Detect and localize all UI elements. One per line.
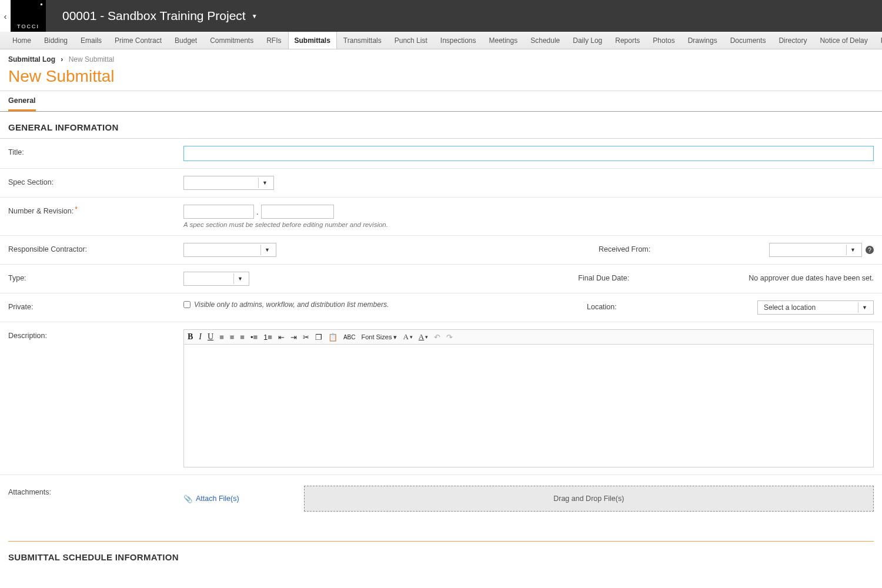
page-title: New Submittal [0,66,882,91]
nav-item-daily-log[interactable]: Daily Log [566,32,609,49]
received-from-select[interactable]: ▼ [769,243,862,257]
spec-section-select[interactable]: ▼ [183,176,274,190]
app-header: ‹ TOCCI 00001 - Sandbox Training Project… [0,0,882,32]
type-select[interactable]: ▼ [183,272,249,286]
nav-item-documents[interactable]: Documents [724,32,773,49]
attach-files-link[interactable]: 📎 Attach File(s) [183,495,239,503]
chevron-down-icon: ▼ [233,273,246,284]
bold-button[interactable]: B [188,332,193,342]
nav-item-photos[interactable]: Photos [646,32,681,49]
label-type: Type: [8,272,183,286]
nav-item-punch-log[interactable]: Punch Log [874,32,882,49]
bg-color-button[interactable]: A▾ [419,332,428,342]
breadcrumb: Submittal Log › New Submittal [0,49,882,66]
breadcrumb-root[interactable]: Submittal Log [8,55,55,64]
indent-button[interactable]: ⇥ [290,333,297,342]
private-hint: Visible only to admins, workflow, and di… [194,300,389,309]
label-private: Private: [8,300,183,315]
help-icon[interactable]: ? [866,246,874,254]
nav-item-home[interactable]: Home [6,32,38,49]
paste-button[interactable]: 📋 [328,333,338,342]
responsible-contractor-select[interactable]: ▼ [183,243,276,257]
revision-input[interactable] [261,205,334,219]
paperclip-icon: 📎 [183,495,193,503]
nav-item-emails[interactable]: Emails [74,32,108,49]
number-list-button[interactable]: 1≡ [263,333,272,342]
chevron-down-icon: ▼ [260,245,273,255]
redo-button[interactable]: ↷ [446,333,453,342]
back-button[interactable]: ‹ [0,0,11,32]
italic-button[interactable]: I [199,332,202,342]
font-size-select[interactable]: Font Sizes ▾ [361,333,397,341]
label-description: Description: [8,329,183,467]
breadcrumb-current: New Submittal [69,55,114,64]
row-responsible-contractor: Responsible Contractor: ▼ Received From:… [0,235,882,264]
nav-item-submittals[interactable]: Submittals [288,32,337,49]
row-attachments: Attachments: 📎 Attach File(s) Drag and D… [0,475,882,526]
logo: TOCCI [11,0,46,32]
nav-item-meetings[interactable]: Meetings [483,32,524,49]
project-title: 00001 - Sandbox Training Project [62,9,246,23]
number-revision-hint: A spec section must be selected before e… [183,221,388,228]
chevron-down-icon: ▼ [858,302,871,313]
title-input[interactable] [183,146,874,161]
tab-general[interactable]: General [8,96,36,111]
row-spec-section: Spec Section: ▼ [0,168,882,197]
row-private: Private: Visible only to admins, workflo… [0,293,882,322]
chevron-right-icon: › [61,55,63,64]
align-center-button[interactable]: ≡ [230,333,235,342]
text-color-button[interactable]: A▾ [403,332,412,342]
separator-dot: . [256,208,259,216]
row-description: Description: B I U ≡ ≡ ≡ •≡ 1≡ ⇤ ⇥ ✂ ❐ 📋… [0,322,882,475]
description-editor[interactable] [183,344,874,467]
row-number-revision: Number & Revision:* . A spec section mus… [0,197,882,235]
final-due-date-note: No approver due dates have been set. [749,272,874,282]
nav-item-budget[interactable]: Budget [168,32,203,49]
label-responsible-contractor: Responsible Contractor: [8,243,183,257]
chevron-down-icon: ▾ [393,333,397,341]
label-location: Location: [587,300,757,311]
nav-item-punch-list[interactable]: Punch List [388,32,434,49]
label-received-from: Received From: [599,243,769,253]
section-heading-schedule: SUBMITTAL SCHEDULE INFORMATION [0,542,882,568]
nav-item-directory[interactable]: Directory [772,32,813,49]
nav-item-bidding[interactable]: Bidding [38,32,74,49]
nav-item-commitments[interactable]: Commitments [203,32,260,49]
nav-item-schedule[interactable]: Schedule [524,32,566,49]
main-nav: HomeBiddingEmailsPrime ContractBudgetCom… [0,32,882,49]
label-final-due-date: Final Due Date: [578,272,749,282]
section-heading-general: GENERAL INFORMATION [0,112,882,138]
label-spec-section: Spec Section: [8,176,183,190]
underline-button[interactable]: U [208,332,213,342]
label-number-revision: Number & Revision:* [8,205,183,228]
rte-toolbar: B I U ≡ ≡ ≡ •≡ 1≡ ⇤ ⇥ ✂ ❐ 📋 ABC Font Siz… [183,329,874,344]
nav-item-transmittals[interactable]: Transmittals [337,32,388,49]
spellcheck-button[interactable]: ABC [343,334,356,340]
label-title: Title: [8,146,183,161]
project-selector[interactable]: 00001 - Sandbox Training Project ▼ [62,9,258,23]
private-checkbox[interactable] [183,301,191,308]
nav-item-drawings[interactable]: Drawings [681,32,724,49]
bullet-list-button[interactable]: •≡ [250,333,258,342]
chevron-down-icon: ▼ [258,178,271,188]
drag-drop-zone[interactable]: Drag and Drop File(s) [304,486,874,512]
row-type: Type: ▼ Final Due Date: No approver due … [0,264,882,293]
number-input[interactable] [183,205,254,219]
chevron-down-icon: ▾ [425,334,428,340]
nav-item-rfis[interactable]: RFIs [260,32,288,49]
nav-item-notice-of-delay[interactable]: Notice of Delay [813,32,874,49]
label-attachments: Attachments: [8,486,183,512]
nav-item-inspections[interactable]: Inspections [434,32,483,49]
cut-button[interactable]: ✂ [303,333,309,342]
chevron-down-icon: ▼ [252,13,258,19]
nav-item-reports[interactable]: Reports [609,32,646,49]
undo-button[interactable]: ↶ [434,333,440,342]
align-right-button[interactable]: ≡ [240,333,245,342]
nav-item-prime-contract[interactable]: Prime Contract [108,32,168,49]
row-title: Title: [0,138,882,168]
outdent-button[interactable]: ⇤ [278,333,285,342]
page-tabs: General [0,91,882,112]
copy-button[interactable]: ❐ [315,333,322,342]
align-left-button[interactable]: ≡ [219,333,224,342]
location-select[interactable]: Select a location▼ [757,300,874,315]
